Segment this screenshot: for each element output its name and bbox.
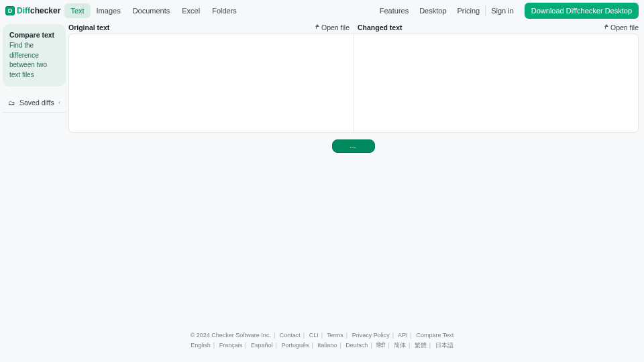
top-nav: Text Images Documents Excel Folders [64, 3, 243, 18]
link-features[interactable]: Features [374, 7, 414, 15]
sidebar-card-desc: Find the difference between two text fil… [9, 41, 59, 80]
open-file-left-button[interactable]: Open file [313, 23, 350, 32]
tab-documents[interactable]: Documents [127, 3, 176, 18]
footer-link-terms[interactable]: Terms [327, 332, 343, 339]
loading-dots-icon: … [350, 143, 358, 149]
tab-text[interactable]: Text [64, 3, 90, 18]
sidebar-saved-diffs-label: Saved diffs [19, 99, 54, 107]
find-difference-button[interactable]: … [332, 139, 375, 153]
link-desktop[interactable]: Desktop [414, 7, 451, 15]
changed-text-label: Changed text [358, 23, 402, 32]
tab-folders[interactable]: Folders [206, 3, 243, 18]
open-file-right-button[interactable]: Open file [602, 23, 639, 32]
logo-text-diff: Diff [17, 6, 30, 15]
sidebar-saved-diffs[interactable]: 🗂 Saved diffs ‹ [3, 93, 66, 113]
lang-english[interactable]: English [191, 342, 211, 349]
footer-link-privacy[interactable]: Privacy Policy [352, 332, 390, 339]
folder-icon: 🗂 [8, 99, 15, 107]
lang-traditional-chinese[interactable]: 繁體 [415, 342, 427, 349]
chevron-left-icon: ‹ [58, 99, 60, 106]
lang-italiano[interactable]: Italiano [317, 342, 337, 349]
download-desktop-button[interactable]: Download Diffchecker Desktop [525, 3, 639, 19]
footer-link-api[interactable]: API [398, 332, 408, 339]
logo-badge-icon: D [5, 6, 15, 15]
footer: © 2024 Checker Software Inc.| Contact| C… [0, 330, 644, 350]
sidebar-card-title: Compare text [9, 31, 59, 39]
original-text-label: Original text [68, 23, 109, 32]
upload-icon [313, 23, 319, 32]
footer-link-cli[interactable]: CLI [309, 332, 319, 339]
lang-francais[interactable]: Français [219, 342, 243, 349]
original-text-pane [69, 34, 354, 132]
lang-deutsch[interactable]: Deutsch [345, 342, 368, 349]
sidebar: Compare text Find the difference between… [0, 21, 68, 362]
open-file-left-label: Open file [321, 23, 350, 32]
lang-espanol[interactable]: Español [251, 342, 273, 349]
logo[interactable]: D Diffchecker [5, 6, 60, 15]
footer-line-2: English| Français| Español| Português| I… [0, 341, 644, 350]
footer-copyright: © 2024 Checker Software Inc. [191, 332, 271, 339]
link-pricing[interactable]: Pricing [452, 7, 486, 15]
logo-text-checker: checker [30, 6, 60, 15]
diff-panes [68, 34, 639, 133]
header-right: Features Desktop Pricing Sign in Downloa… [374, 3, 639, 19]
lang-hindi[interactable]: हिंदी [376, 342, 385, 349]
original-text-input[interactable] [69, 34, 354, 132]
changed-text-pane [354, 34, 639, 132]
upload-icon [602, 23, 608, 32]
tab-images[interactable]: Images [91, 3, 127, 18]
lang-simplified-chinese[interactable]: 简体 [394, 342, 406, 349]
sidebar-card-compare-text[interactable]: Compare text Find the difference between… [3, 24, 66, 86]
footer-line-1: © 2024 Checker Software Inc.| Contact| C… [0, 330, 644, 340]
link-signin[interactable]: Sign in [486, 7, 519, 15]
lang-japanese[interactable]: 日本語 [435, 342, 453, 349]
footer-link-compare-text[interactable]: Compare Text [416, 332, 453, 339]
footer-link-contact[interactable]: Contact [280, 332, 301, 339]
changed-text-input[interactable] [354, 34, 639, 132]
tab-excel[interactable]: Excel [176, 3, 206, 18]
lang-portugues[interactable]: Português [281, 342, 309, 349]
open-file-right-label: Open file [610, 23, 639, 32]
